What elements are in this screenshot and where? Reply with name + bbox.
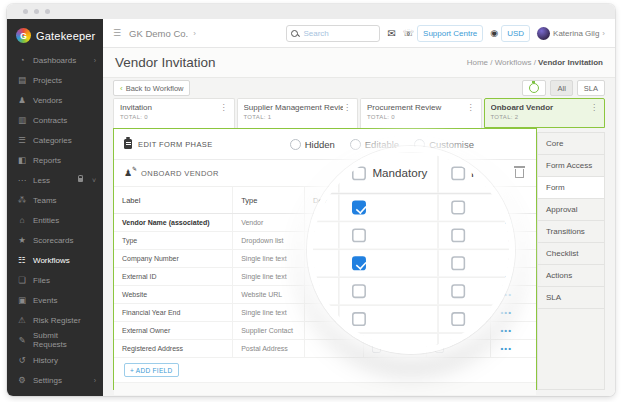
sidebar-item-label: Submit Requests — [33, 331, 90, 349]
sidebar-item-vendors[interactable]: ♟Vendors — [7, 90, 103, 110]
mandatory-checkbox[interactable] — [372, 218, 381, 227]
lock-icon — [78, 178, 83, 182]
side-tab-transitions[interactable]: Transitions — [537, 220, 605, 243]
mail-icon[interactable]: ✉ — [387, 28, 395, 39]
field-depends-on — [304, 322, 363, 339]
table-row: External IDSingle line text••• — [114, 268, 536, 286]
hidden-checkbox[interactable] — [435, 254, 444, 263]
breadcrumb-home[interactable]: Home — [467, 58, 488, 67]
phase-tab-invitation[interactable]: InvitationTOTAL: 0⋮ — [113, 98, 235, 128]
sidebar-item-label: Events — [33, 296, 57, 305]
sidebar-item-label: Teams — [33, 196, 57, 205]
hidden-checkbox[interactable] — [435, 272, 444, 281]
sidebar-item-scorecards[interactable]: ★Scorecards — [7, 230, 103, 250]
sidebar-item-risk-register[interactable]: ⚠Risk Register — [7, 310, 103, 330]
window-control-dot[interactable] — [45, 9, 50, 14]
sidebar-item-reports[interactable]: ◧Reports — [7, 150, 103, 170]
mandatory-checkbox[interactable] — [372, 290, 381, 299]
hamburger-icon[interactable]: ☰ — [113, 28, 121, 38]
row-actions-icon[interactable]: ••• — [501, 237, 512, 245]
side-tab-checklist[interactable]: Checklist — [537, 242, 605, 265]
sidebar-item-teams[interactable]: ⁂Teams — [7, 190, 103, 210]
user-menu[interactable]: Katerina Gilg › — [537, 27, 605, 40]
mandatory-checkbox[interactable] — [372, 254, 381, 263]
radio-editable[interactable]: Editable — [350, 139, 399, 150]
history-icon: ↺ — [17, 355, 27, 365]
radio-customise[interactable]: Customise — [414, 139, 474, 150]
radio-hidden[interactable]: Hidden — [290, 139, 335, 150]
radio-circle-icon[interactable] — [290, 139, 301, 150]
row-actions-icon[interactable]: ••• — [501, 219, 512, 227]
field-type: Single line text — [232, 250, 304, 267]
sidebar-item-files[interactable]: ❏Files — [7, 270, 103, 290]
sidebar-item-label: Workflows — [33, 256, 70, 265]
add-field-button[interactable]: + ADD FIELD — [124, 363, 179, 377]
row-actions-icon[interactable]: ••• — [501, 327, 512, 335]
hidden-checkbox[interactable] — [435, 290, 444, 299]
mandatory-checkbox[interactable] — [372, 236, 381, 245]
sidebar-item-workflows[interactable]: ☷Workflows — [7, 250, 103, 270]
row-actions-icon[interactable]: ••• — [501, 291, 512, 299]
hidden-checkbox[interactable] — [435, 236, 444, 245]
sidebar-item-less[interactable]: ⋯Less˅ — [7, 170, 103, 190]
mandatory-checkbox[interactable] — [372, 344, 381, 353]
side-tab-actions[interactable]: Actions — [537, 264, 605, 287]
filter-sla-button[interactable]: SLA — [577, 80, 605, 96]
mandatory-checkbox[interactable] — [372, 272, 381, 281]
table-body: Vendor Name (associated)Vendor•••TypeDro… — [114, 214, 536, 358]
row-actions-icon[interactable]: ••• — [501, 345, 512, 353]
phase-tab-onboard-vendor[interactable]: Onboard VendorTOTAL: 2⋮ — [484, 98, 606, 128]
column-hidden: Hidden — [426, 187, 489, 213]
radio-circle-icon[interactable] — [414, 139, 425, 150]
sidebar-item-label: Vendors — [33, 96, 62, 105]
page-title: Vendor Invitation — [115, 55, 216, 70]
filter-all-button[interactable]: All — [550, 80, 572, 96]
hidden-checkbox[interactable] — [435, 218, 444, 227]
side-tab-sla[interactable]: SLA — [537, 286, 605, 309]
search-input[interactable] — [301, 28, 375, 39]
sidebar-item-events[interactable]: ▣Events — [7, 290, 103, 310]
currency-selector[interactable]: USD — [501, 25, 530, 42]
hidden-select-all-checkbox[interactable] — [435, 196, 444, 205]
mandatory-checkbox[interactable] — [372, 326, 381, 335]
sidebar-item-history[interactable]: ↺History — [7, 350, 103, 370]
company-switcher[interactable]: GK Demo Co. — [129, 28, 188, 39]
row-actions-icon[interactable]: ••• — [501, 255, 512, 263]
sidebar-item-submit-requests[interactable]: ✎Submit Requests — [7, 330, 103, 350]
sidebar-item-categories[interactable]: ☰Categories — [7, 130, 103, 150]
side-tab-form[interactable]: Form — [537, 176, 605, 199]
phase-tab-procurement-review[interactable]: Procurement ReviewTOTAL: 0⋮ — [360, 98, 482, 128]
hidden-checkbox[interactable] — [435, 308, 444, 317]
timer-button[interactable] — [522, 80, 546, 96]
side-tab-approval[interactable]: Approval — [537, 198, 605, 221]
trash-icon[interactable] — [515, 169, 524, 178]
phase-menu-icon[interactable]: ⋮ — [467, 103, 475, 128]
files-icon: ❏ — [17, 275, 27, 285]
currency-group[interactable]: ◉ USD — [490, 25, 530, 42]
phase-menu-icon[interactable]: ⋮ — [343, 103, 351, 128]
side-tab-core[interactable]: Core — [537, 132, 605, 155]
row-actions-icon[interactable]: ••• — [501, 309, 512, 317]
sidebar-item-projects[interactable]: ▤Projects — [7, 70, 103, 90]
radio-circle-icon[interactable] — [350, 139, 361, 150]
phase-tab-supplier-management-review[interactable]: Supplier Management ReviewTOTAL: 1⋮ — [237, 98, 359, 128]
phase-menu-icon[interactable]: ⋮ — [590, 103, 598, 127]
side-tab-form-access[interactable]: Form Access — [537, 154, 605, 177]
sidebar-item-dashboards[interactable]: ◔Dashboards› — [7, 50, 103, 70]
support-centre-group[interactable]: ☏ Support Centre — [403, 25, 484, 42]
sidebar-item-settings[interactable]: ⚙Settings› — [7, 370, 103, 390]
sidebar-item-contracts[interactable]: ▥Contracts — [7, 110, 103, 130]
mandatory-select-all-checkbox[interactable] — [372, 196, 381, 205]
hidden-checkbox[interactable] — [435, 344, 444, 353]
row-actions-icon[interactable]: ••• — [501, 273, 512, 281]
sidebar-item-entities[interactable]: ⌂Entities — [7, 210, 103, 230]
back-to-workflow-button[interactable]: ‹ Back to Workflow — [113, 80, 190, 96]
phase-menu-icon[interactable]: ⋮ — [220, 103, 228, 128]
support-centre-link[interactable]: Support Centre — [417, 25, 483, 42]
search-box — [286, 25, 380, 42]
window-control-dot[interactable] — [34, 9, 39, 14]
breadcrumb-workflows[interactable]: Workflows — [495, 58, 532, 67]
mandatory-checkbox[interactable] — [372, 308, 381, 317]
hidden-checkbox[interactable] — [435, 326, 444, 335]
window-control-dot[interactable] — [23, 9, 28, 14]
